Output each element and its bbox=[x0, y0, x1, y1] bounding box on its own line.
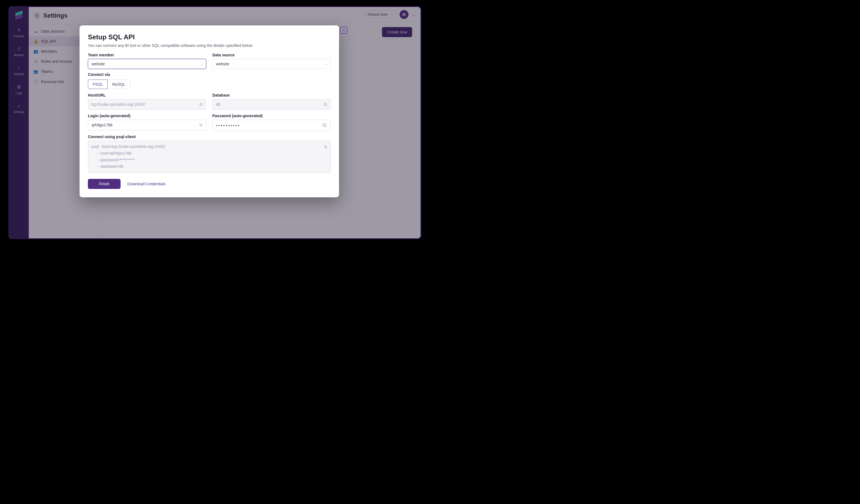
connect-via-label: Connect via bbox=[88, 72, 331, 77]
copy-icon[interactable]: ⧉ bbox=[200, 102, 203, 107]
host-label: Host/URL bbox=[88, 93, 206, 97]
team-member-value: website bbox=[91, 62, 105, 66]
host-value: tcp://cube.synmetrix.org:15432 bbox=[91, 102, 145, 106]
password-label: Password (auto-generated) bbox=[212, 114, 331, 118]
chevron-down-icon: ⌄ bbox=[325, 62, 328, 66]
chevron-down-icon: ⌄ bbox=[200, 62, 203, 66]
connect-via-segmented: PSQL MySQL bbox=[88, 80, 130, 89]
database-input[interactable]: db ⧉ bbox=[212, 99, 331, 110]
close-icon[interactable]: ✕ bbox=[340, 27, 347, 34]
password-input[interactable]: • • • • • • • • • • bbox=[212, 120, 331, 131]
database-value: db bbox=[216, 102, 220, 106]
app-window: # Explore ⠿ Models ! Signals ⌘ Logs • Se… bbox=[9, 6, 421, 239]
copy-icon[interactable]: ⧉ bbox=[324, 144, 327, 150]
login-label: Login (auto-generated) bbox=[88, 114, 206, 118]
team-member-select[interactable]: website ⌄ bbox=[88, 59, 206, 69]
psql-command-box[interactable]: psql -host=tcp://cube.synmetrix.org:1543… bbox=[88, 141, 331, 173]
modal-actions: Finish Download Credentials bbox=[88, 179, 331, 189]
psql-command-value: psql -host=tcp://cube.synmetrix.org:1543… bbox=[91, 143, 165, 170]
team-member-label: Team member bbox=[88, 53, 206, 57]
login-value: qrh9go1768 bbox=[91, 123, 113, 127]
psql-client-label: Connect using psql-client bbox=[88, 134, 331, 139]
host-input[interactable]: tcp://cube.synmetrix.org:15432 ⧉ bbox=[88, 99, 206, 110]
modal-title: Setup SQL API bbox=[88, 33, 331, 41]
copy-icon[interactable]: ⧉ bbox=[324, 102, 327, 107]
eye-off-icon[interactable] bbox=[322, 123, 327, 128]
copy-icon[interactable]: ⧉ bbox=[200, 123, 203, 128]
data-source-value: website bbox=[216, 62, 229, 66]
connect-via-psql[interactable]: PSQL bbox=[88, 80, 108, 89]
finish-button[interactable]: Finish bbox=[88, 179, 120, 189]
data-source-select[interactable]: website ⌄ bbox=[212, 59, 331, 69]
data-source-label: Data source bbox=[212, 53, 331, 57]
setup-sql-api-modal: ✕ Setup SQL API You can connect any BI t… bbox=[80, 25, 339, 197]
connect-via-mysql[interactable]: MySQL bbox=[108, 80, 130, 89]
login-input[interactable]: qrh9go1768 ⧉ bbox=[88, 120, 206, 130]
database-label: Database bbox=[212, 93, 331, 97]
download-credentials-button[interactable]: Download Credentials bbox=[127, 182, 166, 186]
modal-description: You can connect any BI tool or other SQL… bbox=[88, 43, 331, 48]
password-value: • • • • • • • • • • bbox=[216, 123, 240, 128]
